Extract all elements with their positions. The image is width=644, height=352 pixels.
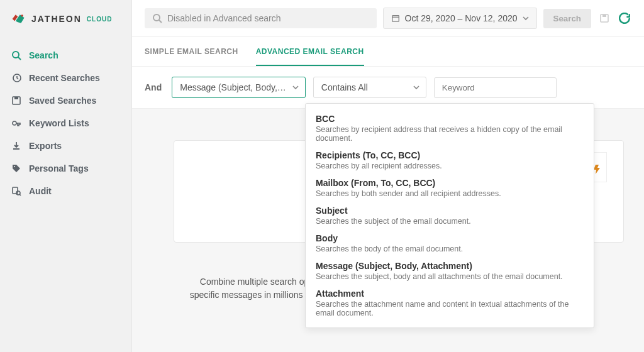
refresh-button[interactable] — [618, 11, 631, 25]
chevron-down-icon — [523, 15, 529, 21]
refresh-icon — [619, 13, 630, 24]
date-range-button[interactable]: Oct 29, 2020 – Nov 12, 2020 — [383, 8, 537, 29]
svg-point-1 — [13, 52, 19, 58]
search-icon — [152, 13, 162, 23]
nav-search[interactable]: Search — [0, 44, 131, 67]
svg-rect-16 — [602, 14, 606, 17]
save-icon — [11, 96, 21, 106]
search-icon — [11, 50, 21, 60]
nav: Search Recent Searches Saved Searches Ke… — [0, 41, 131, 202]
svg-point-0 — [21, 14, 23, 16]
save-button[interactable] — [597, 11, 611, 25]
search-disabled-text: Disabled in Advanced search — [167, 13, 281, 23]
nav-keyword-lists[interactable]: Keyword Lists — [0, 112, 131, 135]
tab-simple-search[interactable]: SIMPLE EMAIL SEARCH — [145, 37, 238, 66]
option-title: Body — [316, 233, 584, 243]
nav-exports[interactable]: Exports — [0, 135, 131, 157]
and-operator: And — [145, 82, 162, 92]
nav-label: Search — [29, 50, 58, 60]
option-desc: Searches by recipient address that recei… — [316, 125, 584, 143]
search-button[interactable]: Search — [543, 9, 591, 28]
field-select[interactable]: Message (Subject, Body,… — [172, 77, 306, 98]
dropdown-option-mailbox[interactable]: Mailbox (From, To, CC, BCC) Searches by … — [306, 174, 594, 202]
dropdown-option-recipients[interactable]: Recipients (To, CC, BCC) Searches by all… — [306, 146, 594, 174]
svg-point-11 — [153, 14, 160, 21]
nav-audit[interactable]: Audit — [0, 180, 131, 202]
option-title: Attachment — [316, 289, 584, 299]
nav-label: Saved Searches — [29, 96, 96, 106]
nav-label: Personal Tags — [29, 163, 89, 173]
chevron-down-icon — [292, 84, 299, 91]
option-title: Subject — [316, 206, 584, 216]
nav-personal-tags[interactable]: Personal Tags — [0, 157, 131, 180]
brand-name: JATHEON — [31, 14, 82, 24]
criteria-row: And Message (Subject, Body,… Contains Al… — [132, 67, 644, 109]
svg-line-2 — [18, 57, 21, 60]
dropdown-option-subject[interactable]: Subject Searches the subject of the emai… — [306, 202, 594, 229]
option-title: Recipients (To, CC, BCC) — [316, 150, 584, 160]
sidebar: JATHEON CLOUD Search Recent Searches Sav… — [0, 0, 132, 352]
option-desc: Searches the attachment name and content… — [316, 300, 584, 317]
operator-select-value: Contains All — [321, 82, 368, 92]
key-icon — [11, 118, 21, 128]
keyword-input[interactable] — [434, 77, 557, 98]
nav-saved-searches[interactable]: Saved Searches — [0, 89, 131, 112]
option-title: BCC — [316, 114, 584, 124]
svg-point-6 — [13, 121, 16, 125]
nav-label: Audit — [29, 186, 52, 196]
field-dropdown: BCC Searches by recipient address that r… — [305, 103, 594, 328]
search-disabled-box: Disabled in Advanced search — [145, 8, 377, 28]
field-select-value: Message (Subject, Body,… — [180, 82, 286, 92]
chevron-down-icon — [413, 84, 419, 91]
option-desc: Searches by both sender and all recipien… — [316, 189, 584, 198]
option-title: Message (Subject, Body, Attachment) — [316, 261, 584, 271]
nav-label: Recent Searches — [29, 73, 100, 83]
option-title: Mailbox (From, To, CC, BCC) — [316, 178, 584, 188]
dropdown-option-bcc[interactable]: BCC Searches by recipient address that r… — [306, 110, 594, 146]
brand-suffix: CLOUD — [87, 16, 113, 23]
svg-line-12 — [159, 20, 162, 23]
calendar-icon — [391, 14, 400, 23]
main: Disabled in Advanced search Oct 29, 2020… — [132, 0, 644, 352]
operator-select[interactable]: Contains All — [313, 77, 426, 98]
topbar: Disabled in Advanced search Oct 29, 2020… — [132, 0, 644, 37]
search-tabs: SIMPLE EMAIL SEARCH ADVANCED EMAIL SEARC… — [132, 37, 644, 67]
dropdown-option-attachment[interactable]: Attachment Searches the attachment name … — [306, 285, 594, 321]
dropdown-option-message[interactable]: Message (Subject, Body, Attachment) Sear… — [306, 257, 594, 285]
option-desc: Searches the subject, body and all attac… — [316, 272, 584, 281]
logo-icon — [10, 11, 28, 26]
dropdown-option-body[interactable]: Body Searches the body of the email docu… — [306, 229, 594, 257]
svg-line-10 — [19, 194, 21, 195]
tag-icon — [11, 163, 21, 173]
nav-recent-searches[interactable]: Recent Searches — [0, 67, 131, 89]
download-icon — [11, 141, 21, 151]
option-desc: Searches by all recipient addresses. — [316, 162, 584, 170]
svg-rect-5 — [14, 97, 18, 99]
tab-advanced-search[interactable]: ADVANCED EMAIL SEARCH — [256, 37, 364, 66]
svg-rect-13 — [392, 16, 399, 22]
option-desc: Searches the subject of the email docume… — [316, 217, 584, 226]
save-icon — [599, 13, 609, 23]
audit-icon — [11, 186, 21, 196]
nav-label: Exports — [29, 141, 62, 151]
option-desc: Searches the body of the email document. — [316, 245, 584, 253]
history-icon — [11, 73, 21, 83]
date-range-text: Oct 29, 2020 – Nov 12, 2020 — [405, 13, 518, 23]
logo: JATHEON CLOUD — [0, 0, 131, 41]
nav-label: Keyword Lists — [29, 118, 89, 128]
svg-point-7 — [14, 166, 15, 167]
